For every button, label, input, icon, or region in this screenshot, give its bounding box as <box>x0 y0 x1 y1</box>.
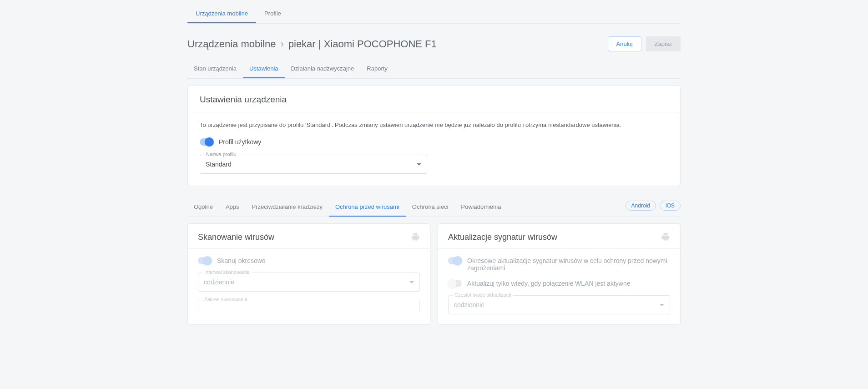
top-tabs: Urządzenia mobilne Profile <box>187 4 681 24</box>
update-frequency-field: Częstotliwość aktualizacji codziennie <box>448 295 670 314</box>
chip-ios[interactable]: iOS <box>660 201 681 211</box>
update-frequency-label: Częstotliwość aktualizacji <box>453 292 513 298</box>
scan-interval-field: Interwał skanowania codziennie <box>198 273 420 292</box>
tab-virus-protection[interactable]: Ochrona przed wirusami <box>329 198 406 217</box>
breadcrumb-root[interactable]: Urządzenia mobilne <box>187 38 276 50</box>
device-settings-card: Ustawienia urządzenia To urządzenie jest… <box>187 85 681 186</box>
user-profile-toggle[interactable] <box>200 138 213 146</box>
tab-antitheft[interactable]: Przeciwdziałanie kradzieży <box>246 198 329 217</box>
profile-name-select[interactable]: Standard <box>200 155 427 174</box>
periodic-scan-label: Skanuj okresowo <box>217 257 266 264</box>
page-header: Urządzenia mobilne › piekar | Xiaomi POC… <box>187 24 681 60</box>
breadcrumb: Urządzenia mobilne › piekar | Xiaomi POC… <box>187 38 437 50</box>
periodic-updates-label: Okresowe aktualizacje sygnatur wirusów w… <box>467 257 670 272</box>
device-tabs: Stan urządzenia Ustawienia Działania nad… <box>187 60 681 79</box>
user-profile-toggle-label: Profil użytkowy <box>219 138 261 146</box>
update-frequency-select[interactable]: codziennie <box>448 295 670 314</box>
android-icon <box>661 232 670 242</box>
periodic-scan-toggle[interactable] <box>198 257 212 264</box>
device-settings-title: Ustawienia urządzenia <box>200 95 287 105</box>
chip-android[interactable]: Android <box>626 201 656 211</box>
update-frequency-value: codziennie <box>454 301 484 308</box>
chevron-down-icon <box>660 304 664 306</box>
scan-scope-label: Zakres skanowania <box>202 297 249 302</box>
tab-profiles[interactable]: Profile <box>256 4 289 23</box>
device-settings-desc: To urządzenie jest przypisane do profilu… <box>200 121 668 128</box>
cancel-button[interactable]: Anuluj <box>608 36 641 51</box>
tab-device-reports[interactable]: Raporty <box>360 60 394 78</box>
scan-scope-field: Zakres skanowania <box>198 300 420 311</box>
tab-notifications[interactable]: Powiadomienia <box>454 198 507 217</box>
profile-name-value: Standard <box>206 161 232 168</box>
chevron-down-icon <box>409 281 414 283</box>
signature-updates-title: Aktualizacje sygnatur wirusów <box>448 232 557 242</box>
profile-name-label: Nazwa profilu <box>204 152 238 157</box>
tab-device-status[interactable]: Stan urządzenia <box>187 60 243 78</box>
scan-interval-label: Interwał skanowania <box>202 269 252 275</box>
signature-updates-panel: Aktualizacje sygnatur wirusów Okresowe a… <box>438 223 681 325</box>
category-tabs: Ogólne Apps Przeciwdziałanie kradzieży O… <box>187 198 507 217</box>
virus-scan-title: Skanowanie wirusów <box>198 232 274 242</box>
breadcrumb-device: piekar | Xiaomi POCOPHONE F1 <box>288 38 437 50</box>
tab-device-settings[interactable]: Ustawienia <box>243 60 285 78</box>
tab-device-emergency[interactable]: Działania nadzwyczajne <box>285 60 361 78</box>
scan-interval-value: codziennie <box>204 278 234 286</box>
tab-general[interactable]: Ogólne <box>187 198 219 217</box>
wlan-only-label: Aktualizuj tylko wtedy, gdy połączenie W… <box>467 280 630 287</box>
breadcrumb-separator: › <box>280 38 283 50</box>
tab-mobile-devices[interactable]: Urządzenia mobilne <box>187 4 256 23</box>
chevron-down-icon <box>417 163 421 166</box>
periodic-updates-toggle[interactable] <box>448 257 462 264</box>
category-row: Ogólne Apps Przeciwdziałanie kradzieży O… <box>187 198 681 217</box>
android-icon <box>411 232 420 242</box>
tab-network-protection[interactable]: Ochrona sieci <box>406 198 454 217</box>
virus-scan-panel: Skanowanie wirusów Skanuj okresowo Inter… <box>187 223 430 325</box>
profile-name-field: Nazwa profilu Standard <box>200 155 427 174</box>
scan-interval-select[interactable]: codziennie <box>198 273 420 292</box>
tab-apps[interactable]: Apps <box>219 198 246 217</box>
save-button: Zapisz <box>646 36 681 51</box>
wlan-only-toggle[interactable] <box>448 280 462 287</box>
